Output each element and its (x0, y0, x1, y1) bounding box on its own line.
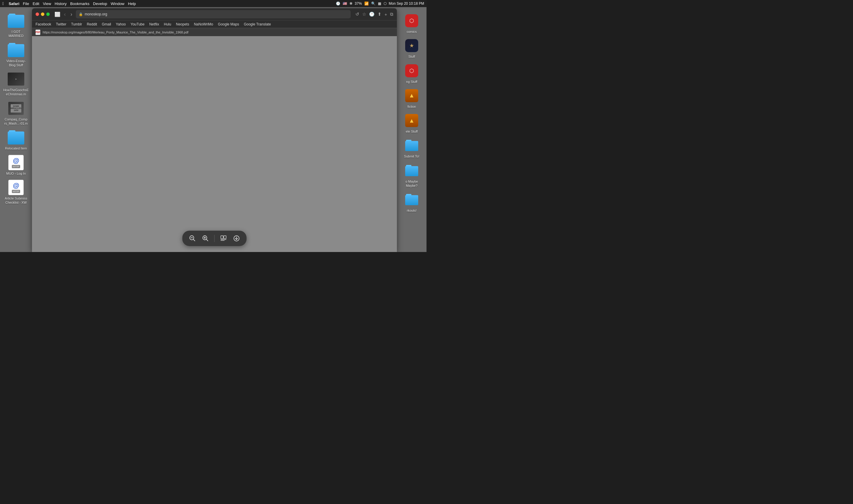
desktop:  Safari File Edit View History Bookmark… (0, 0, 427, 252)
desktop-icon-fiction[interactable]: ▲ fiction (400, 86, 423, 110)
desktop-icon-stuff[interactable]: ★ Stuff (400, 36, 423, 60)
desktop-icon-married-label: I GOT MARRIED (4, 30, 28, 38)
history-button[interactable]: 🕐 (369, 12, 375, 17)
menubar-help[interactable]: Help (128, 1, 136, 6)
desktop-icon-maybe-label: o Maybe Maybe? (401, 179, 422, 188)
desktop-icon-compaq[interactable]: SOME MIRACLES1950 Compaq_Comp rs_Mash...… (3, 99, 29, 127)
desktop-icon-stuff-label: Stuff (408, 54, 415, 59)
pdf-zoom-out-button[interactable] (187, 233, 198, 244)
bookmark-googletranslate[interactable]: Google Translate (244, 22, 271, 26)
svg-rect-8 (224, 236, 226, 239)
desktop-icon-article[interactable]: @ HTTP Article Submiss Checklist - XW (3, 178, 29, 206)
desktop-icons-left: I GOT MARRIED Video-Essay-Blog Stuff ▶ (0, 9, 32, 206)
lock-icon: 🔒 (79, 13, 83, 16)
desktop-icon-rkouts-label: rkouts! (407, 209, 416, 213)
menubar-right: 🕐 🇺🇸 ✻ 37% 📶 🔍 ▦ ⬡ Mon Sep 20 10:18 PM (336, 1, 424, 6)
menubar-siri-icon[interactable]: ⬡ (384, 1, 387, 6)
bookmark-reddit[interactable]: Reddit (87, 22, 97, 26)
minimize-button[interactable] (41, 13, 45, 16)
bookmark-youtube[interactable]: YouTube (130, 22, 144, 26)
browser-chrome: ⬜ ‹ › 🔒 monoskop.org ↺ ☆ 🕐 ⬆ + ⧉ Fac (32, 8, 397, 36)
desktop-icon-ng-stuff[interactable]: ⬡ ng Stuff (400, 61, 423, 85)
menubar-timemachine-icon: 🕐 (336, 1, 340, 6)
menubar-window[interactable]: Window (111, 1, 124, 6)
bookmark-facebook[interactable]: Facebook (36, 22, 51, 26)
bookmark-button[interactable]: ☆ (362, 12, 366, 17)
pdf-zoom-in-button[interactable] (200, 233, 211, 244)
menubar-search-icon[interactable]: 🔍 (371, 1, 376, 6)
bookmark-nanowrimo[interactable]: NaNoWriMo (194, 22, 213, 26)
apple-menu[interactable]:  (2, 1, 4, 6)
bookmark-twitter[interactable]: Twitter (56, 22, 66, 26)
pdf-toolbar (182, 231, 247, 246)
desktop-icon-video-essay-label: Video-Essay-Blog Stuff (4, 59, 28, 68)
desktop-icon-comics[interactable]: ⬡ comics (400, 11, 423, 35)
reload-button[interactable]: ↺ (355, 12, 359, 17)
pdf-icon: PDF (36, 30, 40, 35)
maximize-button[interactable] (46, 13, 50, 16)
desktop-icon-ele-stuff[interactable]: ▲ ele Stuff (400, 111, 423, 135)
bookmarks-bar: Facebook Twitter Tumblr Reddit Gmail Yah… (32, 20, 397, 28)
bookmark-gmail[interactable]: Gmail (102, 22, 111, 26)
browser-toolbar-right: ↺ ☆ 🕐 ⬆ + ⧉ (355, 12, 393, 17)
menubar-edit[interactable]: Edit (33, 1, 39, 6)
pdf-page-view-button[interactable] (218, 233, 229, 244)
pdf-url-text: https://monoskop.org/images/8/80/Merleau… (43, 31, 189, 34)
menubar-flag-icon: 🇺🇸 (343, 1, 347, 6)
desktop-icon-muo-label: MUO ‹ Log In (6, 172, 26, 176)
desktop-icon-muo[interactable]: @ HTTP MUO ‹ Log In (3, 153, 29, 177)
desktop-icon-submit[interactable]: Submit To! (400, 136, 423, 160)
desktop-icon-maybe[interactable]: o Maybe Maybe? (400, 161, 423, 189)
address-bar[interactable]: 🔒 monoskop.org (76, 10, 351, 18)
pdf-toolbar-divider (214, 235, 215, 242)
menubar-bookmarks[interactable]: Bookmarks (70, 1, 89, 6)
svg-line-6 (207, 239, 208, 241)
tabs-button[interactable]: ⧉ (390, 12, 393, 17)
menubar-develop[interactable]: Develop (93, 1, 107, 6)
svg-rect-7 (221, 236, 223, 239)
bookmark-netflix[interactable]: Netflix (149, 22, 159, 26)
desktop-icon-fiction-label: fiction (408, 105, 416, 109)
bookmark-neopets[interactable]: Neopets (176, 22, 189, 26)
pdf-viewer (32, 36, 397, 252)
bookmark-tumblr[interactable]: Tumblr (71, 22, 82, 26)
pdf-url-bar: PDF https://monoskop.org/images/8/80/Mer… (32, 28, 397, 36)
close-button[interactable] (36, 13, 39, 16)
desktop-icon-compaq-label: Compaq_Comp rs_Mash...-01.m (4, 117, 28, 126)
desktop-icon-howthegooch[interactable]: ▶ HowTheGoochsEeChristmas.m (3, 70, 29, 98)
desktop-icon-submit-label: Submit To! (404, 154, 420, 158)
desktop-icon-rkouts[interactable]: rkouts! (400, 190, 423, 214)
new-tab-button[interactable]: + (385, 12, 387, 17)
browser-window: ⬜ ‹ › 🔒 monoskop.org ↺ ☆ 🕐 ⬆ + ⧉ Fac (32, 8, 397, 252)
menubar-view[interactable]: View (43, 1, 51, 6)
desktop-icon-relocated[interactable]: Relocated Item (3, 128, 29, 151)
desktop-icon-video-essay[interactable]: Video-Essay-Blog Stuff (3, 40, 29, 69)
menubar:  Safari File Edit View History Bookmark… (0, 0, 427, 7)
menubar-left:  Safari File Edit View History Bookmark… (2, 1, 136, 6)
desktop-icon-ng-stuff-label: ng Stuff (406, 80, 417, 84)
desktop-icon-married[interactable]: I GOT MARRIED (3, 11, 29, 39)
desktop-icon-ele-stuff-label: ele Stuff (406, 129, 417, 133)
menubar-battery: 37% (355, 1, 362, 6)
menubar-history[interactable]: History (55, 1, 67, 6)
address-text[interactable]: monoskop.org (85, 12, 348, 16)
desktop-icon-howthegooch-label: HowTheGoochsEeChristmas.m (3, 88, 29, 96)
pdf-download-button[interactable] (231, 233, 242, 244)
bookmark-yahoo[interactable]: Yahoo (116, 22, 126, 26)
menubar-control-center-icon[interactable]: ▦ (378, 1, 381, 6)
back-button[interactable]: ‹ (63, 11, 67, 18)
svg-line-2 (193, 239, 195, 241)
bookmark-hulu[interactable]: Hulu (164, 22, 171, 26)
menubar-file[interactable]: File (23, 1, 29, 6)
bookmark-googlemaps[interactable]: Google Maps (218, 22, 239, 26)
menubar-wifi-icon: 📶 (364, 1, 369, 6)
browser-titlebar: ⬜ ‹ › 🔒 monoskop.org ↺ ☆ 🕐 ⬆ + ⧉ (32, 8, 397, 20)
share-button[interactable]: ⬆ (378, 12, 381, 17)
sidebar-toggle-icon[interactable]: ⬜ (54, 12, 60, 17)
menubar-app-name[interactable]: Safari (8, 1, 19, 6)
menubar-datetime: Mon Sep 20 10:18 PM (389, 1, 424, 6)
desktop-icon-relocated-label: Relocated Item (5, 146, 27, 150)
desktop-icon-article-label: Article Submiss Checklist - XW (4, 196, 28, 205)
forward-button[interactable]: › (69, 11, 73, 18)
desktop-icon-comics-label: comics (407, 30, 417, 34)
